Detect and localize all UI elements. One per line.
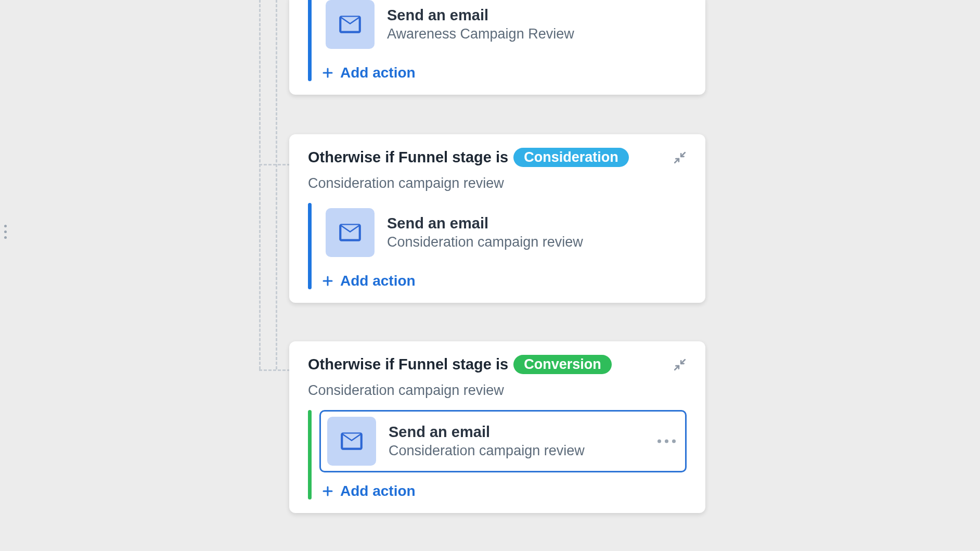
card-subtitle: Consideration campaign review — [308, 175, 687, 191]
email-icon — [326, 208, 375, 257]
tag-pill: Conversion — [513, 355, 612, 374]
action-text: Send an email Awareness Campaign Review — [387, 7, 574, 42]
condition-card[interactable]: Otherwise if Funnel stage is Conversion … — [289, 341, 705, 513]
add-action-button[interactable]: Add action — [319, 273, 687, 289]
action-row[interactable]: Send an email Consideration campaign rev… — [319, 203, 687, 262]
action-text: Send an email Consideration campaign rev… — [389, 424, 585, 459]
action-subtitle: Consideration campaign review — [387, 234, 583, 250]
side-accent-bar — [308, 0, 312, 81]
action-text: Send an email Consideration campaign rev… — [387, 215, 583, 250]
action-block: Send an email Awareness Campaign Review … — [308, 0, 687, 81]
action-title: Send an email — [387, 215, 583, 232]
condition-prefix: Otherwise if Funnel stage is — [308, 149, 508, 166]
action-block: Send an email Consideration campaign rev… — [308, 203, 687, 289]
condition-title: Otherwise if Funnel stage is Conversion — [308, 355, 612, 374]
action-subtitle: Awareness Campaign Review — [387, 26, 574, 42]
action-row[interactable]: Send an email Consideration campaign rev… — [319, 410, 687, 472]
add-action-label: Add action — [340, 483, 416, 499]
side-accent-bar — [308, 203, 312, 289]
condition-card[interactable]: Send an email Awareness Campaign Review … — [289, 0, 705, 95]
action-row[interactable]: Send an email Awareness Campaign Review — [319, 0, 687, 54]
connector-line — [259, 369, 290, 371]
connector-line — [259, 0, 261, 369]
connector-line — [276, 0, 277, 369]
email-icon — [326, 0, 375, 49]
add-action-label: Add action — [340, 273, 416, 289]
condition-prefix: Otherwise if Funnel stage is — [308, 356, 508, 373]
drag-handle[interactable] — [4, 225, 7, 239]
email-icon — [327, 417, 376, 466]
more-icon[interactable] — [657, 440, 676, 443]
add-action-button[interactable]: Add action — [319, 65, 687, 81]
action-subtitle: Consideration campaign review — [389, 443, 585, 459]
connector-line — [259, 164, 290, 165]
tag-pill: Consideration — [513, 148, 629, 167]
card-subtitle: Consideration campaign review — [308, 382, 687, 399]
add-action-button[interactable]: Add action — [319, 483, 687, 499]
collapse-icon[interactable] — [673, 151, 687, 164]
action-title: Send an email — [389, 424, 585, 441]
action-block: Send an email Consideration campaign rev… — [308, 410, 687, 499]
add-action-label: Add action — [340, 65, 416, 81]
side-accent-bar — [308, 410, 312, 499]
action-title: Send an email — [387, 7, 574, 24]
collapse-icon[interactable] — [673, 358, 687, 371]
condition-card[interactable]: Otherwise if Funnel stage is Considerati… — [289, 134, 705, 303]
condition-title: Otherwise if Funnel stage is Considerati… — [308, 148, 629, 167]
